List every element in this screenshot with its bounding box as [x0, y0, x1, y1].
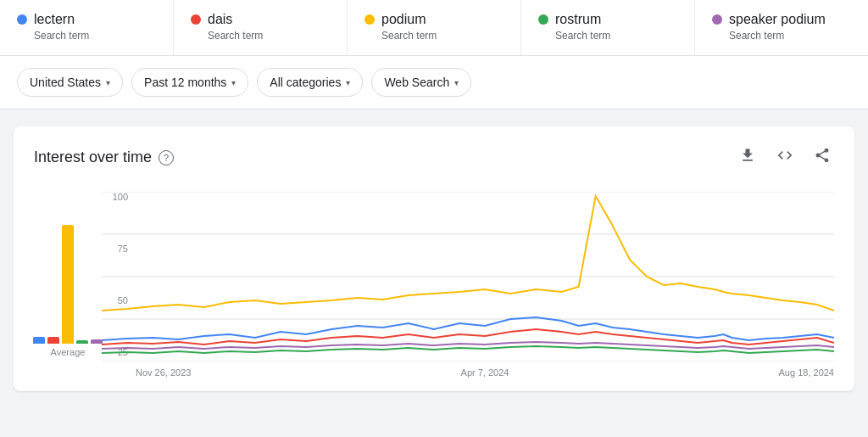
term-card-speaker-podium[interactable]: speaker podium Search term: [695, 0, 868, 55]
avg-bar-0: [33, 337, 45, 344]
term-card-lectern[interactable]: lectern Search term: [0, 0, 174, 55]
filter-search-type-chevron-icon: ▾: [454, 78, 459, 87]
term-label-podium: podium: [381, 12, 426, 27]
filter-search-type-label: Web Search: [384, 76, 449, 89]
help-icon[interactable]: ?: [159, 150, 174, 165]
line-chart-wrapper: 100755025: [102, 192, 834, 378]
filter-geo-chevron-icon: ▾: [106, 78, 110, 87]
x-axis-label: Nov 26, 2023: [136, 367, 191, 378]
chart-area: Average 100755025: [34, 192, 834, 378]
x-axis-labels: Nov 26, 2023Apr 7, 2024Aug 18, 2024: [102, 364, 834, 378]
chart-title: Interest over time: [34, 148, 152, 166]
avg-section: Average: [34, 208, 102, 378]
chart-header: Interest over time ?: [34, 143, 834, 171]
term-card-podium[interactable]: podium Search term: [348, 0, 521, 55]
term-label-speaker-podium: speaker podium: [729, 12, 826, 27]
term-dot-dais: [191, 14, 201, 25]
term-type-lectern: Search term: [17, 30, 156, 42]
chart-card: Interest over time ? Average: [14, 126, 854, 391]
term-name-speaker-podium: speaker podium: [712, 12, 851, 27]
x-axis-label: Apr 7, 2024: [461, 367, 509, 378]
term-type-speaker-podium: Search term: [712, 30, 851, 42]
term-label-lectern: lectern: [34, 12, 75, 27]
avg-bar-2: [62, 225, 74, 344]
avg-bar-4: [91, 339, 103, 344]
avg-bar-3: [76, 340, 88, 344]
avg-bar-1: [47, 337, 59, 344]
filter-category-chevron-icon: ▾: [346, 78, 350, 87]
filter-time-chevron-icon: ▾: [231, 78, 236, 87]
term-name-rostrum: rostrum: [538, 12, 677, 27]
filter-time-label: Past 12 months: [144, 76, 226, 89]
term-type-dais: Search term: [191, 30, 330, 42]
download-button[interactable]: [736, 143, 760, 171]
filter-category-label: All categories: [270, 76, 341, 89]
filter-search-type-button[interactable]: Web Search ▾: [371, 68, 471, 97]
filter-time-button[interactable]: Past 12 months ▾: [131, 68, 248, 97]
chart-title-row: Interest over time ?: [34, 148, 174, 166]
share-button[interactable]: [810, 143, 834, 171]
term-dot-lectern: [17, 14, 27, 25]
avg-label: Average: [51, 347, 86, 357]
term-card-rostrum[interactable]: rostrum Search term: [521, 0, 695, 55]
chart-actions: [736, 143, 834, 171]
term-dot-podium: [364, 14, 375, 25]
term-name-lectern: lectern: [17, 12, 156, 27]
term-dot-rostrum: [538, 14, 548, 25]
filter-geo-label: United States: [30, 76, 101, 89]
filter-category-button[interactable]: All categories ▾: [257, 68, 363, 97]
terms-bar: lectern Search term dais Search term pod…: [0, 0, 868, 56]
term-dot-speaker-podium: [712, 14, 722, 25]
filters-bar: United States ▾ Past 12 months ▾ All cat…: [0, 56, 868, 109]
term-label-dais: dais: [208, 12, 232, 27]
embed-button[interactable]: [773, 143, 797, 171]
term-card-dais[interactable]: dais Search term: [174, 0, 348, 55]
line-chart-svg: [102, 192, 834, 361]
filter-geo-button[interactable]: United States ▾: [17, 68, 123, 97]
term-name-podium: podium: [364, 12, 504, 27]
term-name-dais: dais: [191, 12, 330, 27]
term-label-rostrum: rostrum: [555, 12, 601, 27]
x-axis-label: Aug 18, 2024: [779, 367, 834, 378]
term-type-rostrum: Search term: [538, 30, 677, 42]
term-type-podium: Search term: [364, 30, 504, 42]
avg-bars: [33, 208, 103, 344]
main-content: Interest over time ? Average: [0, 109, 868, 408]
